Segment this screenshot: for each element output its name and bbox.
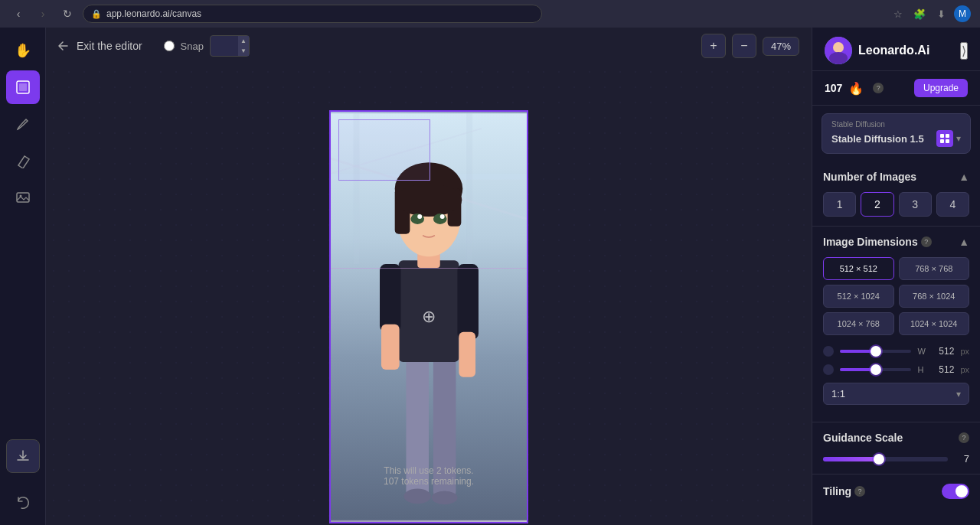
num-images-3-button[interactable]: 3: [899, 192, 932, 217]
dim-768x768-button[interactable]: 768 × 768: [899, 257, 970, 280]
brush-tool-button[interactable]: [6, 107, 40, 141]
height-unit: px: [960, 365, 969, 374]
exit-editor-button[interactable]: Exit the editor: [58, 40, 142, 52]
extension-icon[interactable]: 🧩: [911, 5, 928, 22]
num-images-4-button[interactable]: 4: [936, 192, 969, 217]
svg-rect-32: [940, 134, 944, 138]
section-header-images: Number of Images ▲: [823, 171, 969, 183]
zoom-out-button[interactable]: −: [732, 34, 756, 58]
bookmark-icon[interactable]: ☆: [890, 5, 906, 22]
images-section-chevron[interactable]: ▲: [959, 171, 969, 183]
download-tool-button[interactable]: [6, 439, 40, 473]
browser-actions: ☆ 🧩 ⬇ M: [890, 5, 971, 22]
forward-button[interactable]: ›: [34, 5, 52, 23]
upgrade-button[interactable]: Upgrade: [914, 79, 968, 97]
model-name: Stable Diffusion 1.5: [831, 133, 924, 145]
svg-point-27: [417, 214, 422, 219]
eraser-tool-button[interactable]: [6, 144, 40, 178]
token-info-icon[interactable]: ?: [873, 83, 884, 93]
canvas-area: Exit the editor Snap 8 ▲ ▼ + − 47%: [46, 28, 812, 525]
tiling-info-icon[interactable]: ?: [854, 486, 865, 497]
svg-point-30: [833, 42, 844, 53]
height-slider-track[interactable]: [840, 368, 911, 371]
svg-point-24: [396, 184, 462, 217]
height-value: 512: [934, 364, 954, 375]
svg-rect-7: [466, 113, 472, 264]
num-images-grid: 1 2 3 4: [823, 192, 969, 217]
canvas-viewport[interactable]: ⊕ This will use 2 tokens. 107 tokens rem…: [46, 64, 812, 525]
token-row: 107 🔥 ? Upgrade: [812, 71, 980, 106]
model-icon: [936, 130, 953, 147]
svg-rect-15: [380, 264, 401, 332]
ratio-dropdown[interactable]: 1:1 ▾: [823, 383, 969, 405]
snap-up-button[interactable]: ▲: [238, 36, 249, 46]
snap-down-button[interactable]: ▼: [238, 46, 249, 56]
snap-value-input[interactable]: 8: [211, 36, 238, 56]
guidance-fill: [823, 457, 879, 461]
height-label: H: [917, 365, 928, 374]
svg-rect-1: [19, 83, 27, 91]
zoom-controls: + − 47%: [701, 34, 799, 58]
svg-rect-33: [946, 134, 949, 138]
svg-rect-2: [17, 193, 29, 202]
address-bar[interactable]: 🔒 app.leonardo.ai/canvas: [83, 5, 542, 23]
user-profile-icon[interactable]: M: [954, 5, 971, 22]
back-button[interactable]: ‹: [9, 5, 28, 23]
width-unit: px: [960, 347, 969, 356]
svg-point-25: [410, 214, 424, 224]
panel-collapse-button[interactable]: ⟩: [960, 42, 968, 60]
width-slider-row: W 512 px: [823, 346, 969, 357]
zoom-in-button[interactable]: +: [701, 34, 726, 58]
tokens-remaining-text: 107 tokens remaining.: [384, 476, 474, 487]
canvas-image-container[interactable]: ⊕: [329, 110, 528, 523]
num-images-2-button[interactable]: 2: [861, 192, 893, 217]
guidance-thumb[interactable]: [874, 454, 884, 465]
dimensions-info-icon[interactable]: ?: [921, 236, 932, 247]
dim-768x1024-button[interactable]: 768 × 1024: [899, 285, 970, 308]
svg-point-31: [829, 52, 848, 64]
image-tool-button[interactable]: [6, 181, 40, 214]
snap-arrows: ▲ ▼: [238, 36, 249, 56]
tiling-row: Tiling ?: [812, 474, 980, 508]
svg-rect-6: [354, 113, 360, 264]
snap-label: Snap: [181, 41, 204, 52]
num-images-1-button[interactable]: 1: [823, 192, 856, 217]
model-selector[interactable]: Stable Diffusion Stable Diffusion 1.5 ▾: [822, 113, 971, 154]
snap-radio[interactable]: [164, 41, 175, 51]
svg-point-26: [433, 214, 447, 224]
token-icon: 🔥: [848, 81, 864, 96]
hand-tool-button[interactable]: ✋: [6, 34, 40, 67]
svg-point-28: [440, 214, 445, 219]
browser-chrome: ‹ › ↻ 🔒 app.leonardo.ai/canvas ☆ 🧩 ⬇ M: [0, 0, 980, 28]
model-label: Stable Diffusion: [831, 120, 961, 129]
guidance-info-icon[interactable]: ?: [959, 432, 969, 443]
ratio-chevron-icon: ▾: [956, 389, 961, 399]
undo-button[interactable]: [6, 485, 40, 519]
dim-1024x1024-button[interactable]: 1024 × 1024: [899, 312, 970, 335]
canvas-topbar: Exit the editor Snap 8 ▲ ▼ + − 47%: [46, 28, 812, 64]
number-of-images-section: Number of Images ▲ 1 2 3 4: [812, 161, 980, 227]
dim-512x512-button[interactable]: 512 × 512: [823, 257, 894, 280]
dimensions-title: Image Dimensions: [823, 236, 918, 248]
height-slider-thumb[interactable]: [871, 364, 881, 375]
exit-editor-label: Exit the editor: [77, 40, 142, 52]
dim-512x1024-button[interactable]: 512 × 1024: [823, 285, 894, 308]
download-browser-icon[interactable]: ⬇: [933, 5, 949, 22]
token-count: 107: [825, 82, 842, 94]
tiling-label: Tiling: [823, 485, 851, 497]
snap-control: Snap 8 ▲ ▼: [164, 35, 250, 57]
guidance-track[interactable]: [823, 457, 948, 461]
height-slider-thumb-outer: [823, 364, 834, 375]
section-header-dimensions: Image Dimensions ? ▲: [823, 236, 969, 248]
model-chevron-icon: ▾: [956, 133, 961, 144]
width-slider-track[interactable]: [840, 350, 911, 353]
dim-1024x768-button[interactable]: 1024 × 768: [823, 312, 894, 335]
token-info: This will use 2 tokens. 107 tokens remai…: [384, 465, 474, 487]
select-tool-button[interactable]: [6, 70, 40, 104]
width-slider-thumb[interactable]: [871, 346, 881, 357]
width-slider-thumb-outer: [823, 346, 834, 357]
tiling-toggle[interactable]: [942, 484, 969, 499]
refresh-button[interactable]: ↻: [58, 5, 77, 23]
dimensions-section-chevron[interactable]: ▲: [959, 236, 969, 248]
section-header-guidance: Guidance Scale ?: [823, 432, 969, 444]
